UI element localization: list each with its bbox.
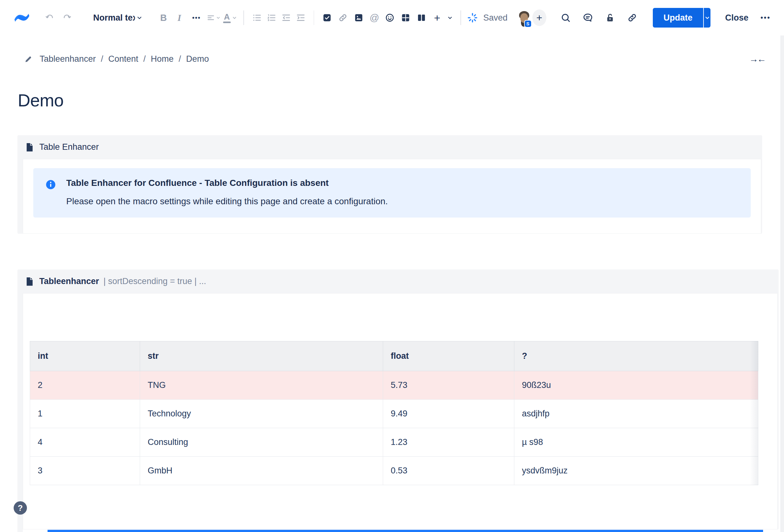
table-cell: 3 — [30, 456, 140, 485]
update-button[interactable]: Update — [653, 8, 703, 28]
copy-link-button[interactable] — [625, 10, 640, 25]
outdent-icon — [281, 13, 291, 23]
unlock-icon — [605, 12, 615, 23]
save-status: Saved — [483, 13, 508, 23]
table-cell: 5.73 — [383, 371, 514, 400]
autosave-spinner-icon — [467, 12, 478, 24]
toolbar-divider — [460, 10, 461, 25]
link-icon — [338, 13, 348, 23]
table-cell: 90ß23u — [514, 371, 758, 400]
text-color-dropdown[interactable]: A — [223, 10, 238, 25]
table-icon — [400, 13, 411, 23]
table-cell: 4 — [30, 428, 140, 456]
document-icon — [26, 143, 34, 152]
spinner-icon — [467, 12, 478, 24]
insert-link-button[interactable] — [336, 10, 350, 25]
link-icon — [627, 12, 638, 23]
table-cell: 1.23 — [383, 428, 514, 456]
chevron-down-icon — [231, 14, 238, 21]
more-actions-button[interactable]: ••• — [760, 13, 771, 22]
emoji-icon — [385, 13, 395, 23]
info-message: Please open the macro settings while edi… — [66, 196, 388, 207]
italic-button[interactable]: I — [172, 10, 186, 25]
chevron-down-icon — [136, 14, 143, 22]
insert-image-button[interactable] — [352, 10, 366, 25]
chevron-down-icon — [447, 14, 453, 21]
indent-button[interactable] — [293, 10, 308, 25]
macro-left-gutter — [18, 299, 23, 532]
breadcrumb-space[interactable]: Tableenhancer — [39, 54, 96, 64]
page-title[interactable]: Demo — [18, 90, 784, 111]
update-split-button: Update — [653, 8, 711, 28]
column-header-float[interactable]: float — [383, 342, 514, 371]
user-avatar[interactable]: S — [516, 9, 530, 26]
macro-header[interactable]: Table Enhancer — [18, 135, 762, 159]
bullet-list-button[interactable] — [250, 10, 264, 25]
enhanced-table-container: int str float ? 2 TNG 5.73 90ß23u 1 — [30, 341, 758, 485]
search-button[interactable] — [558, 10, 573, 25]
text-format-overflow-button[interactable]: ••• — [188, 10, 205, 25]
update-dropdown-button[interactable] — [703, 8, 710, 28]
mention-button[interactable]: @ — [367, 10, 381, 25]
table-cell: µ s98 — [514, 428, 758, 456]
comment-icon — [583, 12, 593, 23]
document-icon — [26, 143, 34, 152]
insert-table-button[interactable] — [398, 10, 413, 25]
insert-plus-button[interactable]: + — [430, 10, 444, 25]
layouts-button[interactable] — [414, 10, 429, 25]
table-row: 2 TNG 5.73 90ß23u — [30, 371, 758, 400]
toolbar-divider — [314, 10, 314, 25]
breadcrumb-home[interactable]: Home — [151, 54, 174, 64]
breadcrumb-current-page[interactable]: Demo — [186, 54, 209, 64]
table-cell: asdjhfp — [514, 400, 758, 428]
indent-icon — [296, 13, 306, 23]
page-scrollbar[interactable] — [781, 35, 784, 532]
toolbar-divider — [243, 10, 244, 25]
table-cell: 9.49 — [383, 400, 514, 428]
add-collaborator-button[interactable]: + — [532, 9, 546, 26]
macro-body: int str float ? 2 TNG 5.73 90ß23u 1 — [23, 293, 778, 529]
redo-button[interactable] — [60, 10, 74, 25]
table-cell: Technology — [140, 400, 383, 428]
collapse-width-button[interactable]: →← — [749, 54, 765, 64]
macro-header[interactable]: Tableenhancer | sortDescending = true | … — [18, 269, 779, 293]
comments-button[interactable] — [581, 10, 595, 25]
help-button[interactable]: ? — [13, 501, 27, 514]
permissions-button[interactable] — [603, 10, 617, 25]
edit-pencil-icon — [24, 55, 33, 63]
column-header-int[interactable]: int — [30, 342, 140, 371]
macro-table-enhancer[interactable]: Table Enhancer Table Enhancer for Conflu… — [18, 135, 762, 234]
undo-button[interactable] — [43, 10, 57, 25]
info-panel: Table Enhancer for Confluence - Table Co… — [33, 168, 751, 217]
table-cell: 1 — [30, 400, 140, 428]
bold-button[interactable]: B — [157, 10, 170, 25]
task-list-button[interactable] — [320, 10, 334, 25]
avatar-status-badge: S — [524, 20, 532, 28]
columns-icon — [416, 13, 426, 23]
chevron-down-icon — [704, 14, 710, 21]
macro-tableenhancer[interactable]: Tableenhancer | sortDescending = true | … — [18, 269, 779, 529]
text-style-dropdown[interactable]: Normal text — [93, 13, 143, 23]
insert-more-dropdown[interactable] — [445, 10, 455, 25]
confluence-logo-icon — [13, 9, 30, 26]
breadcrumb: Tableenhancer / Content / Home / Demo →← — [24, 54, 765, 64]
table-cell: GmbH — [140, 456, 383, 485]
breadcrumb-separator: / — [143, 54, 146, 64]
breadcrumb-content[interactable]: Content — [108, 54, 139, 64]
table-header-row: int str float ? — [30, 342, 758, 371]
breadcrumb-separator: / — [101, 54, 103, 64]
column-header-question[interactable]: ? — [514, 342, 758, 371]
close-button[interactable]: Close — [725, 13, 749, 23]
emoji-button[interactable] — [383, 10, 397, 25]
column-header-str[interactable]: str — [140, 342, 383, 371]
outdent-button[interactable] — [279, 10, 293, 25]
text-color-icon: A — [223, 13, 231, 23]
alignment-dropdown[interactable] — [206, 10, 221, 25]
image-icon — [354, 13, 364, 23]
align-left-icon — [206, 13, 215, 23]
text-style-label: Normal text — [93, 13, 135, 23]
numbered-list-button[interactable] — [264, 10, 279, 25]
table-row: 3 GmbH 0.53 ysdvßm9juz — [30, 456, 758, 485]
macro-params: | sortDescending = true | ... — [104, 276, 206, 286]
breadcrumb-separator: / — [179, 54, 181, 64]
